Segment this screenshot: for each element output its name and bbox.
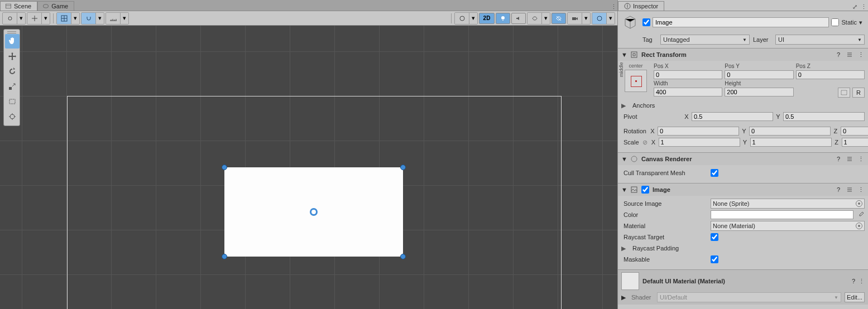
constrain-scale-icon[interactable]: ⊘	[642, 139, 648, 146]
color-field[interactable]	[711, 210, 853, 219]
preset-icon[interactable]	[846, 155, 853, 163]
help-icon[interactable]: ?	[852, 278, 855, 284]
help-icon[interactable]: ?	[835, 186, 842, 194]
width-field[interactable]	[654, 88, 722, 96]
rot-z-field[interactable]	[841, 127, 868, 136]
posy-field[interactable]	[725, 70, 793, 79]
pivot-gizmo[interactable]	[310, 208, 318, 216]
pivot-dropdown[interactable]: ▾	[17, 13, 25, 24]
camera-button[interactable]	[568, 13, 582, 24]
local-global-toggle[interactable]	[27, 13, 42, 24]
preset-icon[interactable]	[846, 186, 853, 194]
hand-tool[interactable]	[5, 34, 20, 49]
tab-scene[interactable]: Scene	[0, 1, 37, 11]
rot-x-field[interactable]	[658, 127, 739, 136]
rect-tool[interactable]	[5, 94, 20, 109]
draw-mode-button[interactable]	[455, 13, 469, 24]
lighting-toggle[interactable]	[496, 13, 510, 24]
resize-handle-tr[interactable]	[400, 165, 406, 170]
fx-toggle[interactable]	[527, 13, 542, 24]
svg-point-5	[501, 16, 505, 20]
snap-dropdown[interactable]: ▾	[96, 13, 104, 24]
scene-panel-menu-icon[interactable]: ⋮	[610, 3, 617, 11]
pivot-y-field[interactable]	[783, 112, 865, 121]
source-image-field[interactable]: None (Sprite)	[711, 199, 865, 209]
layer-dropdown[interactable]: UI▼	[775, 35, 865, 45]
pivot-x-field[interactable]	[692, 112, 773, 121]
raw-edit-button[interactable]: R	[852, 88, 865, 98]
toggle-2d[interactable]: 2D	[479, 13, 495, 24]
pivot-center-toggle[interactable]	[3, 13, 17, 24]
active-checkbox[interactable]	[642, 18, 650, 26]
scale-y-field[interactable]	[750, 138, 832, 147]
selected-image-rect[interactable]	[224, 167, 403, 257]
increment-snap-button[interactable]	[106, 13, 121, 24]
increment-dropdown[interactable]: ▾	[121, 13, 128, 24]
posx-field[interactable]	[654, 70, 722, 79]
material-thumbnail[interactable]	[621, 272, 639, 290]
shader-dropdown[interactable]: UI/Default▼	[657, 292, 841, 302]
grid-dropdown[interactable]: ▾	[71, 13, 79, 24]
object-picker-icon[interactable]	[856, 200, 862, 207]
tool-grip[interactable]	[5, 31, 18, 33]
cull-checkbox[interactable]	[711, 169, 718, 177]
gizmos-dropdown[interactable]: ▾	[607, 13, 615, 24]
object-picker-icon[interactable]	[856, 223, 862, 229]
inspector-tabs: i Inspector ⤢ ⋮	[618, 0, 868, 11]
component-menu-icon[interactable]: ⋮	[857, 186, 865, 194]
resize-handle-tl[interactable]	[222, 165, 227, 170]
scene-viewport[interactable]	[0, 26, 617, 309]
help-icon[interactable]: ?	[835, 155, 842, 163]
lock-icon[interactable]: ⤢	[850, 3, 859, 11]
material-foldout[interactable]: ▶	[621, 294, 626, 301]
width-label: Width	[654, 80, 722, 86]
fx-dropdown[interactable]: ▾	[542, 13, 550, 24]
audio-toggle[interactable]	[511, 13, 526, 24]
camera-dropdown[interactable]: ▾	[582, 13, 590, 24]
posz-field[interactable]	[796, 70, 865, 79]
scale-tool[interactable]	[5, 79, 20, 94]
resize-handle-bl[interactable]	[222, 254, 227, 259]
rotate-tool[interactable]	[5, 64, 20, 79]
edit-shader-button[interactable]: Edit...	[845, 292, 865, 302]
inspector-menu-icon[interactable]: ⋮	[859, 3, 868, 11]
scale-z-field[interactable]	[842, 138, 868, 147]
raycast-target-checkbox[interactable]	[711, 233, 718, 241]
canvas-renderer-foldout[interactable]: ▼	[621, 156, 627, 162]
blueprint-mode-button[interactable]	[838, 88, 850, 98]
transform-tool[interactable]	[5, 109, 20, 124]
gameobject-name-field[interactable]	[653, 17, 829, 27]
gameobject-icon[interactable]	[621, 13, 639, 31]
rot-y-field[interactable]	[749, 127, 831, 136]
image-enabled-checkbox[interactable]	[641, 186, 649, 194]
height-field[interactable]	[725, 88, 793, 96]
rect-transform-foldout[interactable]: ▼	[621, 51, 627, 58]
move-tool[interactable]	[5, 49, 20, 64]
eyedropper-icon[interactable]	[857, 210, 865, 219]
preset-icon[interactable]	[846, 51, 853, 59]
material-field[interactable]: None (Material)	[711, 221, 865, 231]
tab-game[interactable]: Game	[37, 1, 74, 11]
local-dropdown[interactable]: ▾	[42, 13, 50, 24]
resize-handle-br[interactable]	[400, 254, 406, 259]
scale-x-field[interactable]	[659, 138, 740, 147]
raycast-padding-foldout[interactable]: ▶	[621, 245, 627, 252]
maskable-checkbox[interactable]	[711, 255, 718, 263]
anchors-foldout[interactable]: ▶	[621, 102, 627, 109]
tag-dropdown[interactable]: Untagged▼	[660, 35, 750, 45]
gameobject-header: Static ▾	[618, 11, 868, 33]
static-dropdown-icon[interactable]: ▾	[859, 19, 865, 26]
grid-visibility-toggle[interactable]	[57, 13, 71, 24]
component-menu-icon[interactable]: ⋮	[857, 51, 865, 59]
static-checkbox[interactable]	[831, 18, 839, 26]
component-menu-icon[interactable]: ⋮	[857, 155, 865, 163]
component-menu-icon[interactable]: ⋮	[859, 278, 865, 285]
gizmos-toggle[interactable]	[592, 13, 607, 24]
hidden-objects-toggle[interactable]	[552, 13, 566, 24]
snap-toggle[interactable]	[81, 13, 96, 24]
tab-inspector[interactable]: i Inspector	[618, 1, 664, 11]
image-foldout[interactable]: ▼	[621, 186, 627, 193]
help-icon[interactable]: ?	[835, 51, 842, 59]
anchor-preset-button[interactable]: center middle	[621, 63, 650, 98]
draw-mode-dropdown[interactable]: ▾	[469, 13, 477, 24]
